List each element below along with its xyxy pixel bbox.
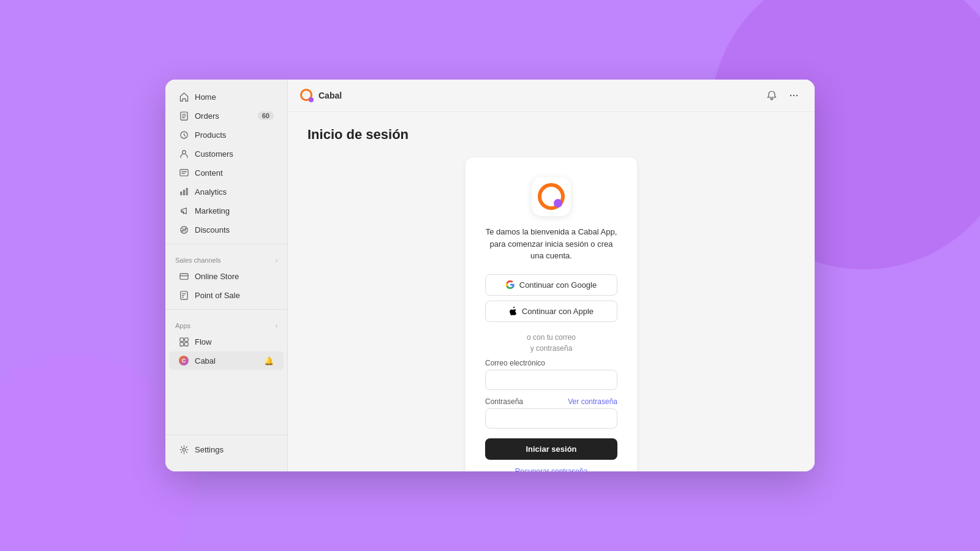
- recover-password-link[interactable]: Recuperar contraseña: [515, 467, 588, 472]
- submit-button[interactable]: Iniciar sesión: [485, 438, 617, 460]
- sidebar-item-marketing[interactable]: Marketing: [169, 201, 284, 220]
- sidebar-item-home[interactable]: Home: [169, 88, 284, 106]
- svg-rect-7: [179, 337, 183, 341]
- point-of-sale-icon: [179, 290, 189, 300]
- divider-line2: y contraseña: [530, 344, 573, 353]
- ellipsis-icon: [789, 91, 799, 100]
- main-content: Cabal Inicio de sesión: [288, 80, 815, 471]
- analytics-icon: [179, 187, 189, 197]
- divider-text: o con tu correo y contraseña: [527, 332, 576, 354]
- sidebar-item-discounts-label: Discounts: [195, 225, 230, 234]
- google-signin-button[interactable]: Continuar con Google: [485, 274, 617, 296]
- google-btn-label: Continuar con Google: [519, 280, 597, 290]
- svg-rect-10: [184, 342, 188, 346]
- orders-badge: 60: [258, 111, 274, 120]
- topbar: Cabal: [288, 80, 815, 112]
- login-card: Te damos la bienvenida a Cabal App, para…: [466, 157, 637, 471]
- sidebar-bottom: Settings: [165, 425, 287, 464]
- app-logo: [532, 177, 571, 216]
- apple-icon: [509, 307, 517, 315]
- topbar-title: Cabal: [318, 91, 342, 100]
- svg-point-12: [790, 95, 791, 96]
- app-window: Home Orders 60: [165, 80, 815, 471]
- logo-dot: [554, 199, 562, 208]
- email-group: Correo electrónico: [485, 359, 617, 390]
- divider-2: [165, 309, 287, 310]
- divider-3: [165, 435, 287, 435]
- sidebar-item-home-label: Home: [195, 92, 216, 102]
- sidebar-item-analytics[interactable]: Analytics: [169, 182, 284, 201]
- email-label: Correo electrónico: [485, 359, 545, 367]
- sidebar-item-products-label: Products: [195, 130, 226, 140]
- svg-point-2: [182, 150, 186, 154]
- sidebar-item-customers[interactable]: Customers: [169, 144, 284, 163]
- sidebar-item-products[interactable]: Products: [169, 126, 284, 144]
- password-label-row: Contraseña Ver contraseña: [485, 397, 617, 406]
- marketing-icon: [179, 206, 189, 216]
- password-group: Contraseña Ver contraseña: [485, 397, 617, 429]
- cabal-icon: C: [179, 356, 189, 365]
- orders-icon: [179, 111, 189, 121]
- flow-icon: [179, 337, 189, 347]
- sales-channels-section[interactable]: Sales channels ›: [165, 249, 287, 266]
- sidebar-item-settings-label: Settings: [195, 445, 224, 454]
- sidebar-item-flow-label: Flow: [195, 337, 211, 347]
- google-icon: [506, 280, 514, 289]
- products-icon: [179, 130, 189, 140]
- sidebar-item-analytics-label: Analytics: [195, 187, 227, 197]
- divider-line1: o con tu correo: [527, 333, 576, 342]
- sidebar-item-content[interactable]: Content: [169, 163, 284, 182]
- discounts-icon: [179, 225, 189, 234]
- svg-rect-9: [179, 342, 183, 346]
- submit-btn-label: Iniciar sesión: [526, 444, 576, 454]
- sidebar-item-settings[interactable]: Settings: [169, 440, 284, 459]
- svg-rect-5: [179, 273, 187, 279]
- email-label-row: Correo electrónico: [485, 359, 617, 367]
- svg-rect-8: [184, 337, 188, 341]
- sidebar-item-online-store[interactable]: Online Store: [169, 267, 284, 285]
- show-password-link[interactable]: Ver contraseña: [568, 397, 617, 406]
- chevron-right-apps-icon: ›: [276, 323, 277, 329]
- password-label: Contraseña: [485, 397, 523, 406]
- apple-signin-button[interactable]: Continuar con Apple: [485, 301, 617, 322]
- sidebar-item-point-of-sale[interactable]: Point of Sale: [169, 286, 284, 304]
- sidebar: Home Orders 60: [165, 80, 288, 471]
- apple-btn-label: Continuar con Apple: [522, 307, 594, 316]
- sidebar-item-orders[interactable]: Orders 60: [169, 107, 284, 125]
- settings-icon: [179, 444, 189, 454]
- apps-section[interactable]: Apps ›: [165, 315, 287, 332]
- sidebar-item-point-of-sale-label: Point of Sale: [195, 291, 240, 300]
- sidebar-item-cabal-label: Cabal: [195, 356, 216, 365]
- logo-circle: [538, 183, 565, 210]
- sidebar-item-discounts[interactable]: Discounts: [169, 220, 284, 239]
- sales-channels-label: Sales channels: [175, 257, 221, 264]
- page-title: Inicio de sesión: [307, 127, 795, 143]
- bell-button[interactable]: [763, 87, 780, 104]
- more-button[interactable]: [785, 87, 802, 104]
- sidebar-item-marketing-label: Marketing: [195, 206, 230, 216]
- welcome-text: Te damos la bienvenida a Cabal App, para…: [485, 226, 617, 262]
- apps-label: Apps: [175, 322, 190, 329]
- svg-point-14: [796, 95, 797, 96]
- sidebar-item-customers-label: Customers: [195, 149, 233, 159]
- home-icon: [179, 92, 189, 102]
- content-icon: [179, 168, 189, 178]
- email-input[interactable]: [485, 370, 617, 390]
- svg-point-11: [183, 448, 186, 451]
- content-area: Inicio de sesión Te damos la bienvenida …: [288, 112, 815, 471]
- bell-sidebar-icon: 🔔: [264, 356, 274, 365]
- chevron-right-icon: ›: [276, 257, 277, 264]
- divider-1: [165, 244, 287, 244]
- topbar-actions: [763, 87, 802, 104]
- password-input[interactable]: [485, 408, 617, 429]
- customers-icon: [179, 149, 189, 159]
- welcome-line1: Te damos la bienvenida a Cabal App,: [486, 227, 617, 236]
- online-store-icon: [179, 271, 189, 281]
- sidebar-item-cabal[interactable]: C Cabal 🔔: [169, 351, 284, 370]
- svg-point-13: [793, 95, 794, 96]
- sidebar-item-flow[interactable]: Flow: [169, 332, 284, 351]
- sidebar-nav: Home Orders 60: [165, 87, 287, 425]
- welcome-line2: para comenzar inicia sesión o crea una c…: [490, 239, 613, 261]
- sidebar-item-orders-label: Orders: [195, 111, 219, 121]
- bell-icon: [767, 91, 777, 100]
